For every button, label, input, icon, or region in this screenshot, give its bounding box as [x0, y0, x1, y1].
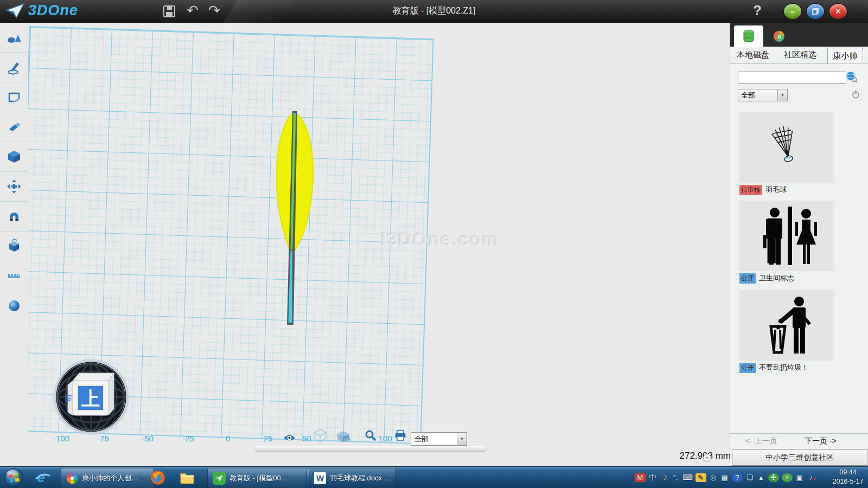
title-bar: 3DOne ↶ ↷ 教育版 - [模型002.Z1] ? − ✕	[0, 0, 868, 23]
measurement-dropdown-icon[interactable]: ▾	[703, 454, 711, 462]
sketch-icon[interactable]	[0, 53, 28, 82]
toilet-sign-graphic	[752, 206, 822, 266]
library-panel: 本地磁盘 社区精选 康小帅 全部 ▼	[730, 23, 868, 466]
nav-cube-side-label[interactable]: 前	[63, 393, 73, 403]
tab-local-library[interactable]	[734, 25, 763, 47]
minimize-button[interactable]: −	[783, 3, 802, 20]
pager-divider	[730, 433, 868, 434]
previous-page-link[interactable]: <- 上一页	[745, 436, 777, 446]
search-tool-icon[interactable]: ◎	[709, 473, 718, 482]
taskbar-clock[interactable]: 09:44 2016-5-17	[831, 468, 865, 486]
eraser-icon[interactable]	[0, 112, 28, 142]
community-site-button[interactable]: 中小学三维创意社区	[732, 449, 867, 466]
taskbar-button-label: 教育版 - [模型00...	[229, 473, 286, 483]
antivirus-icon[interactable]: ✚	[768, 473, 779, 482]
redo-icon[interactable]: ↷	[208, 3, 220, 17]
library-item-thumbnail-toilet-sign[interactable]	[739, 201, 834, 271]
item-name[interactable]: 不要乱扔垃圾！	[759, 363, 808, 373]
clock-date: 2016-5-17	[831, 477, 865, 486]
item-name[interactable]: 卫生间标志	[759, 273, 794, 283]
tab-community-picks[interactable]: 社区精选	[784, 50, 816, 60]
clock-time: 09:44	[831, 468, 865, 477]
combine-icon[interactable]	[0, 232, 28, 261]
moon-app-icon[interactable]: ☽	[660, 473, 668, 482]
titlebar-decor	[224, 0, 297, 23]
search-input[interactable]	[738, 72, 846, 84]
security-shield-icon[interactable]: ⚡	[782, 473, 793, 482]
ruler-tick: -25	[182, 434, 194, 443]
close-button[interactable]: ✕	[829, 3, 847, 20]
nav-cube-front-label[interactable]: 上	[81, 388, 100, 409]
keyboard-icon[interactable]: ⌨	[682, 473, 693, 482]
magnet-icon[interactable]	[0, 202, 28, 232]
feather-model[interactable]	[258, 104, 334, 332]
power-icon[interactable]	[852, 90, 860, 101]
item-name[interactable]: 羽毛球	[765, 185, 787, 195]
search-globe-icon[interactable]	[845, 70, 858, 86]
network-icon[interactable]: ▣	[795, 473, 804, 482]
zoom-magnifier-icon[interactable]	[365, 429, 376, 444]
measure-icon[interactable]	[0, 261, 28, 291]
undo-icon[interactable]: ↶	[187, 3, 199, 17]
save-icon[interactable]	[163, 5, 176, 20]
chevron-down-icon[interactable]: ▼	[777, 89, 787, 101]
next-page-link[interactable]: 下一页 ->	[805, 436, 837, 446]
print-icon[interactable]	[394, 430, 406, 444]
messenger-icon[interactable]: M	[635, 473, 646, 482]
ruler-tick: 100	[378, 434, 392, 443]
file-explorer-icon[interactable]	[180, 471, 195, 486]
library-item-thumbnail-no-littering[interactable]	[739, 290, 834, 361]
ruler-tick: 0	[226, 434, 230, 443]
library-item-caption: 公开 不要乱扔垃圾！	[739, 362, 808, 373]
ime-mode-icon[interactable]: °,	[671, 473, 680, 482]
horizontal-scrollbar[interactable]	[255, 446, 487, 451]
taskbar-button-3done[interactable]: 教育版 - [模型00...	[207, 468, 309, 488]
restore-icon	[812, 8, 819, 15]
wireframe-cube-icon[interactable]	[312, 428, 328, 445]
help-button[interactable]: ?	[753, 2, 762, 19]
library-item-caption: 待审核 羽毛球	[739, 184, 787, 195]
left-toolbar	[0, 23, 29, 466]
no-littering-graphic	[755, 295, 820, 356]
pinwheel-browser-icon	[66, 472, 78, 484]
tab-community-library[interactable]	[764, 25, 794, 47]
basic-solids-icon[interactable]	[0, 23, 28, 53]
display-filter-dropdown[interactable]: 全部 ▼	[411, 432, 467, 446]
ruler-tick: 50	[302, 434, 311, 443]
notes-icon[interactable]: ▤	[720, 473, 729, 482]
taskbar-button-browser[interactable]: 康小帅的个人创...	[61, 468, 154, 488]
library-item-thumbnail-badminton[interactable]	[739, 112, 834, 183]
volume-muted-icon[interactable]: ♪✕	[807, 473, 815, 482]
sketch-edit-icon[interactable]	[0, 82, 28, 112]
shaded-cube-icon[interactable]	[336, 431, 350, 445]
ruler-tick: 25	[264, 434, 273, 443]
paper-plane-logo-icon	[5, 3, 25, 19]
maximize-button[interactable]	[806, 3, 825, 20]
material-render-icon[interactable]	[0, 291, 28, 320]
visibility-eye-icon[interactable]	[283, 433, 296, 445]
word-doc-icon: W	[312, 472, 326, 484]
ime-chinese-icon[interactable]: 中	[648, 473, 657, 482]
window-title: 教育版 - [模型002.Z1]	[393, 5, 476, 17]
show-hidden-icons[interactable]: ▴	[757, 473, 765, 482]
tab-local-disk[interactable]: 本地磁盘	[737, 50, 769, 60]
category-filter-dropdown[interactable]: 全部 ▼	[738, 89, 788, 101]
navigation-cube[interactable]: 前 上	[53, 358, 130, 435]
window-restore-icon[interactable]: ❏	[745, 473, 754, 482]
internet-explorer-icon[interactable]: e	[35, 470, 51, 487]
app-logo: 3DOne	[5, 2, 78, 19]
community-logo-icon	[773, 30, 786, 43]
move-tool-icon[interactable]	[0, 172, 28, 202]
taskbar-button-word[interactable]: W 羽毛球教程.docx ...	[307, 468, 396, 488]
start-button[interactable]	[4, 468, 24, 488]
special-features-icon[interactable]	[0, 142, 28, 172]
input-tools-icon[interactable]: ✎	[695, 473, 706, 482]
viewport[interactable]: i3DOne.com 前 上 -100-75-50-250255075100	[28, 23, 730, 466]
chevron-down-icon[interactable]: ▼	[457, 433, 467, 445]
ruler-tick: -75	[97, 434, 109, 443]
system-tray: M中☽°,⌨✎◎▤?❏▴✚⚡▣♪✕	[635, 467, 815, 488]
firefox-icon[interactable]	[150, 470, 165, 487]
database-icon	[742, 29, 755, 43]
tab-user[interactable]: 康小帅	[827, 48, 863, 63]
help-tray-icon[interactable]: ?	[732, 473, 743, 482]
